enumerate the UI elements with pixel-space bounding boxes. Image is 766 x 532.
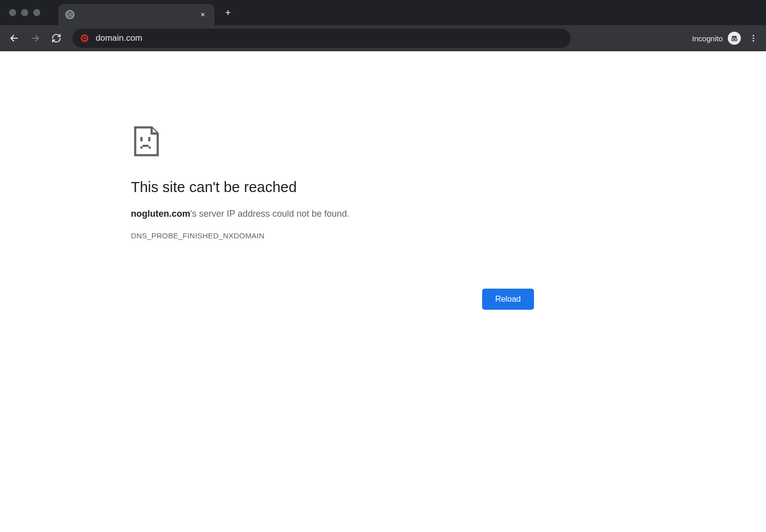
svg-point-5 <box>735 39 737 41</box>
svg-point-7 <box>753 38 754 39</box>
titlebar <box>0 0 766 25</box>
incognito-icon[interactable] <box>728 32 741 45</box>
svg-point-3 <box>84 37 86 40</box>
error-message: nogluten.com's server IP address could n… <box>131 209 533 219</box>
sad-page-icon <box>131 126 162 157</box>
globe-icon <box>65 10 74 19</box>
error-code: DNS_PROBE_FINISHED_NXDOMAIN <box>131 231 533 240</box>
error-title: This site can't be reached <box>131 179 533 196</box>
browser-tab[interactable] <box>58 4 214 25</box>
window-controls <box>4 9 44 16</box>
window-minimize-button[interactable] <box>21 9 28 16</box>
forward-button[interactable] <box>26 29 44 47</box>
svg-point-8 <box>753 40 754 42</box>
toolbar-right: Incognito <box>692 31 761 46</box>
page-content: This site can't be reached nogluten.com'… <box>0 51 766 532</box>
svg-point-6 <box>753 35 754 36</box>
tabstrip <box>58 0 236 25</box>
toolbar: Incognito <box>0 25 766 51</box>
error-domain: nogluten.com <box>131 209 190 219</box>
address-bar[interactable] <box>72 29 571 48</box>
error-message-suffix: 's server IP address could not be found. <box>190 209 349 219</box>
site-info-icon[interactable] <box>80 33 90 43</box>
svg-rect-10 <box>148 137 150 141</box>
svg-rect-9 <box>140 137 142 141</box>
error-block: This site can't be reached nogluten.com'… <box>131 126 533 240</box>
address-input[interactable] <box>96 33 564 43</box>
window-maximize-button[interactable] <box>33 9 40 16</box>
reload-nav-button[interactable] <box>47 29 65 47</box>
close-tab-button[interactable] <box>198 10 207 19</box>
reload-button[interactable]: Reload <box>482 289 534 310</box>
svg-rect-13 <box>148 146 150 148</box>
new-tab-button[interactable] <box>220 5 236 20</box>
svg-point-4 <box>732 39 734 41</box>
svg-rect-11 <box>140 146 142 148</box>
svg-rect-12 <box>142 145 148 147</box>
incognito-label: Incognito <box>692 34 723 43</box>
back-button[interactable] <box>5 29 23 47</box>
kebab-menu-button[interactable] <box>746 31 761 46</box>
window-close-button[interactable] <box>9 9 16 16</box>
